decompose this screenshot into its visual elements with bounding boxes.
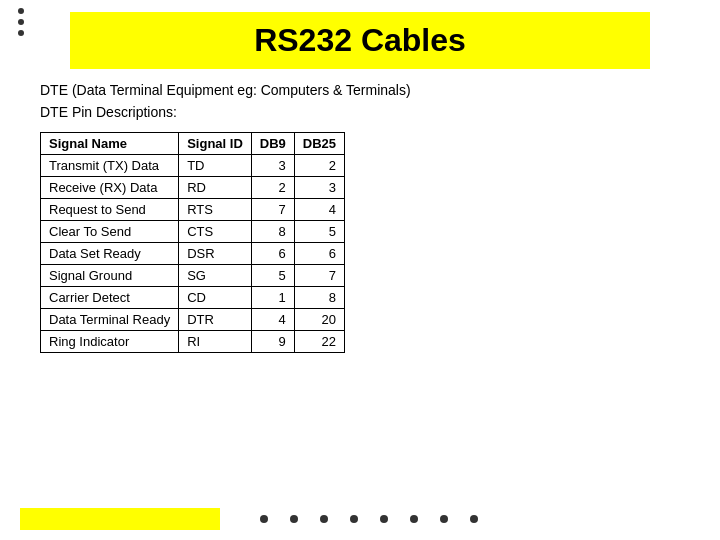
cell-db25: 8	[294, 286, 344, 308]
bottom-dot-1	[260, 515, 268, 523]
table-row: Receive (RX) DataRD23	[41, 176, 345, 198]
cell-db9: 9	[251, 330, 294, 352]
cell-db25: 2	[294, 154, 344, 176]
cell-db25: 3	[294, 176, 344, 198]
bottom-dot-3	[320, 515, 328, 523]
bottom-dot-2	[290, 515, 298, 523]
cell-db25: 22	[294, 330, 344, 352]
col-header-db9: DB9	[251, 132, 294, 154]
dot-3	[18, 30, 24, 36]
col-header-signal-id: Signal ID	[179, 132, 252, 154]
col-header-signal-name: Signal Name	[41, 132, 179, 154]
bottom-yellow-bar	[20, 508, 220, 530]
cell-signal-id: CD	[179, 286, 252, 308]
cell-signal-name: Request to Send	[41, 198, 179, 220]
cell-db25: 4	[294, 198, 344, 220]
table-row: Data Terminal ReadyDTR420	[41, 308, 345, 330]
table-row: Request to SendRTS74	[41, 198, 345, 220]
bottom-dot-8	[470, 515, 478, 523]
cell-signal-id: DTR	[179, 308, 252, 330]
page-title: RS232 Cables	[90, 22, 630, 59]
cell-signal-name: Signal Ground	[41, 264, 179, 286]
cell-signal-id: RD	[179, 176, 252, 198]
cell-db9: 5	[251, 264, 294, 286]
cell-db9: 8	[251, 220, 294, 242]
description-line2: DTE Pin Descriptions:	[40, 101, 700, 123]
cell-db25: 20	[294, 308, 344, 330]
cell-db25: 6	[294, 242, 344, 264]
cell-signal-id: RTS	[179, 198, 252, 220]
bottom-dot-6	[410, 515, 418, 523]
description-block: DTE (Data Terminal Equipment eg: Compute…	[20, 79, 700, 124]
cell-db9: 4	[251, 308, 294, 330]
table-row: Carrier DetectCD18	[41, 286, 345, 308]
page-container: RS232 Cables DTE (Data Terminal Equipmen…	[0, 0, 720, 540]
cell-db25: 5	[294, 220, 344, 242]
table-header-row: Signal Name Signal ID DB9 DB25	[41, 132, 345, 154]
decoration-dots-top	[18, 8, 24, 36]
cell-signal-id: RI	[179, 330, 252, 352]
table-row: Ring IndicatorRI922	[41, 330, 345, 352]
bottom-bar	[0, 508, 720, 530]
cell-db9: 2	[251, 176, 294, 198]
bottom-dot-5	[380, 515, 388, 523]
cell-db9: 7	[251, 198, 294, 220]
cell-db9: 6	[251, 242, 294, 264]
title-bar: RS232 Cables	[70, 12, 650, 69]
decoration-dots-bottom	[260, 515, 478, 523]
bottom-dot-4	[350, 515, 358, 523]
cell-db25: 7	[294, 264, 344, 286]
table-row: Data Set ReadyDSR66	[41, 242, 345, 264]
cell-signal-id: DSR	[179, 242, 252, 264]
cell-signal-id: CTS	[179, 220, 252, 242]
table-wrapper: Signal Name Signal ID DB9 DB25 Transmit …	[20, 132, 700, 353]
description-line1: DTE (Data Terminal Equipment eg: Compute…	[40, 79, 700, 101]
cell-signal-name: Data Terminal Ready	[41, 308, 179, 330]
cell-signal-name: Data Set Ready	[41, 242, 179, 264]
table-row: Signal GroundSG57	[41, 264, 345, 286]
cell-signal-id: SG	[179, 264, 252, 286]
dot-2	[18, 19, 24, 25]
cell-signal-name: Carrier Detect	[41, 286, 179, 308]
cell-db9: 3	[251, 154, 294, 176]
pin-description-table: Signal Name Signal ID DB9 DB25 Transmit …	[40, 132, 345, 353]
cell-signal-name: Clear To Send	[41, 220, 179, 242]
cell-db9: 1	[251, 286, 294, 308]
cell-signal-name: Ring Indicator	[41, 330, 179, 352]
col-header-db25: DB25	[294, 132, 344, 154]
cell-signal-name: Receive (RX) Data	[41, 176, 179, 198]
table-row: Transmit (TX) DataTD32	[41, 154, 345, 176]
cell-signal-name: Transmit (TX) Data	[41, 154, 179, 176]
cell-signal-id: TD	[179, 154, 252, 176]
bottom-dot-7	[440, 515, 448, 523]
dot-1	[18, 8, 24, 14]
table-row: Clear To SendCTS85	[41, 220, 345, 242]
